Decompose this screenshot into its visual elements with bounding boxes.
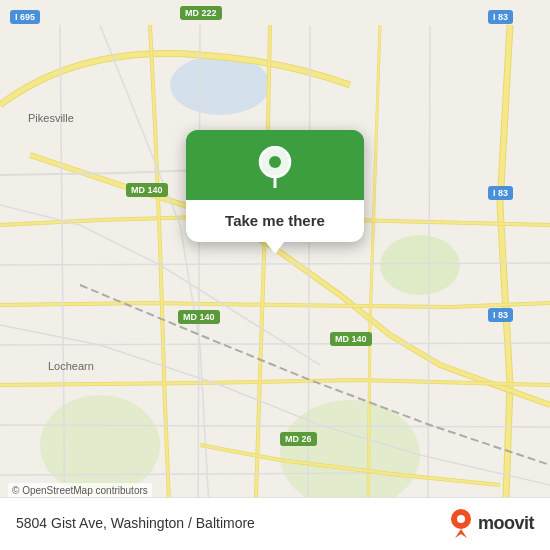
bottom-bar: 5804 Gist Ave, Washington / Baltimore mo…	[0, 497, 550, 550]
popup-top	[186, 130, 364, 200]
svg-point-2	[280, 400, 420, 510]
badge-i83-mid: I 83	[488, 186, 513, 200]
area-label-pikesville: Pikesville	[28, 112, 74, 124]
map-container: Pikesville Lochearn I 695 MD 222 I 83 MD…	[0, 0, 550, 550]
take-me-there-label: Take me there	[225, 212, 325, 229]
badge-md140-2: MD 140	[178, 310, 220, 324]
badge-md222: MD 222	[180, 6, 222, 20]
svg-point-1	[40, 395, 160, 495]
address-text: 5804 Gist Ave, Washington / Baltimore	[16, 515, 255, 531]
badge-md26: MD 26	[280, 432, 317, 446]
popup-tail	[265, 241, 285, 254]
map-roads	[0, 0, 550, 550]
moovit-brand-text: moovit	[478, 513, 534, 534]
svg-point-5	[269, 156, 281, 168]
moovit-pin-icon	[450, 508, 472, 538]
svg-point-0	[380, 235, 460, 295]
moovit-logo: moovit	[450, 508, 534, 538]
svg-point-8	[457, 515, 465, 523]
popup-bottom[interactable]: Take me there	[186, 200, 364, 242]
badge-i83-top: I 83	[488, 10, 513, 24]
badge-i83-bot: I 83	[488, 308, 513, 322]
copyright-text: © OpenStreetMap contributors	[8, 483, 152, 498]
badge-md140-1: MD 140	[126, 183, 168, 197]
location-pin-icon	[256, 148, 294, 186]
badge-i695: I 695	[10, 10, 40, 24]
area-label-lochearn: Lochearn	[48, 360, 94, 372]
badge-md140-3: MD 140	[330, 332, 372, 346]
popup-card: Take me there	[186, 130, 364, 242]
